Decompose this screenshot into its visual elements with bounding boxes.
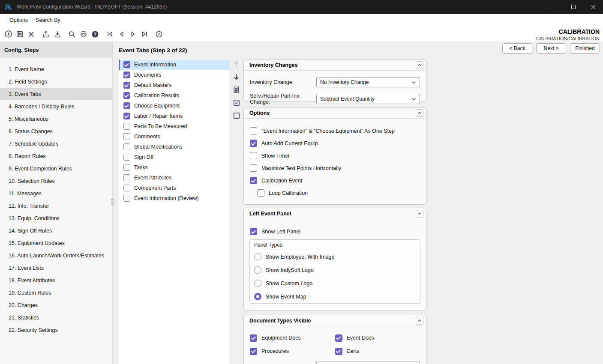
- search-button[interactable]: [66, 29, 78, 40]
- option-checkbox[interactable]: [250, 177, 257, 184]
- event-tab-row[interactable]: Global Modifications: [119, 142, 229, 152]
- sidebar-step-item[interactable]: 3. Event Tabs: [0, 88, 112, 100]
- sidebar-step-item[interactable]: 20. Charges: [0, 299, 112, 311]
- next-button[interactable]: Next >: [536, 43, 566, 54]
- nav-prev-button[interactable]: [116, 29, 127, 40]
- nav-next-button[interactable]: [127, 29, 138, 40]
- export-button[interactable]: [40, 29, 51, 40]
- sidebar-step-item[interactable]: 1. Event Name: [0, 63, 112, 75]
- panel-type-option[interactable]: Show Event Map: [250, 290, 420, 303]
- collapse-button[interactable]: [416, 210, 423, 218]
- sidebar-step-item[interactable]: 7. Schedule Updates: [0, 137, 112, 150]
- menu-item[interactable]: Search By: [32, 15, 64, 25]
- collapse-button[interactable]: [416, 109, 423, 117]
- delete-button[interactable]: [26, 29, 37, 40]
- option-checkbox[interactable]: [250, 140, 257, 147]
- sidebar-step-item[interactable]: 4. Barcodes / Display Rules: [0, 100, 112, 113]
- sidebar-step-item[interactable]: 15. Equipment Updates: [0, 237, 112, 249]
- option-row[interactable]: "Event Information" & "Choose Equipment"…: [250, 125, 420, 137]
- minimize-button[interactable]: [544, 0, 564, 14]
- sidebar-step-item[interactable]: 10. Selection Rules: [0, 175, 112, 187]
- event-tab-row[interactable]: Default Masters: [119, 80, 229, 90]
- sidebar-step-item[interactable]: 12. Info. Transfer: [0, 200, 112, 212]
- option-checkbox[interactable]: [250, 127, 257, 134]
- document-type-checkbox[interactable]: [335, 348, 342, 355]
- record-button[interactable]: [153, 29, 165, 40]
- event-tab-checkbox[interactable]: [123, 143, 130, 150]
- option-row[interactable]: Calibration Event: [250, 174, 420, 187]
- sidebar-step-item[interactable]: 8. Report Rules: [0, 150, 112, 162]
- event-tab-checkbox[interactable]: [123, 123, 130, 130]
- event-tab-row[interactable]: Choose Equipment: [119, 101, 229, 111]
- event-tab-checkbox[interactable]: [123, 102, 130, 109]
- event-tab-row[interactable]: Comments: [119, 131, 229, 142]
- event-tab-row[interactable]: Labor / Repair Items: [119, 111, 229, 121]
- save-button[interactable]: [14, 29, 25, 40]
- sidebar-step-item[interactable]: 18. Event Attributes: [0, 274, 112, 286]
- event-tab-checkbox[interactable]: [123, 164, 130, 171]
- sidebar-step-item[interactable]: 2. Field Settings: [0, 75, 112, 88]
- check-all-button[interactable]: [232, 98, 241, 107]
- document-type-row[interactable]: Event Docs: [335, 331, 420, 344]
- sidebar-step-item[interactable]: 16. Auto-Launch/Work Orders/Estimates: [0, 249, 112, 262]
- sidebar-step-item[interactable]: 17. Event Lists: [0, 262, 112, 274]
- help-button[interactable]: ?: [90, 29, 101, 40]
- sidebar-step-item[interactable]: 9. Event Completion Rules: [0, 162, 112, 175]
- finished-button[interactable]: Finished: [570, 43, 600, 54]
- option-row[interactable]: Auto Add Current Equip.: [250, 137, 420, 149]
- inventory-select[interactable]: No Inventory Change: [316, 77, 420, 87]
- event-tab-checkbox[interactable]: [123, 185, 130, 191]
- panel-type-radio[interactable]: [254, 280, 261, 287]
- show-left-panel-checkbox[interactable]: [250, 228, 257, 235]
- sidebar-step-item[interactable]: 22. Security Settings: [0, 324, 112, 336]
- event-tab-row[interactable]: Parts To Be Measured: [119, 121, 229, 131]
- document-type-checkbox[interactable]: [335, 334, 342, 342]
- event-tab-row[interactable]: Event Attributes: [119, 173, 229, 183]
- option-row[interactable]: Show Timer: [250, 149, 420, 162]
- event-tab-row[interactable]: Documents: [119, 70, 229, 80]
- event-tab-checkbox[interactable]: [123, 195, 130, 202]
- sidebar-step-item[interactable]: 5. Miscellaneous: [0, 113, 112, 125]
- sidebar-step-item[interactable]: 11. Messages: [0, 187, 112, 200]
- event-tab-row[interactable]: Event Information: [119, 60, 229, 70]
- event-tab-checkbox[interactable]: [123, 61, 130, 68]
- option-checkbox[interactable]: [250, 164, 257, 172]
- event-tab-checkbox[interactable]: [123, 92, 130, 99]
- event-tab-checkbox[interactable]: [123, 133, 130, 140]
- sidebar-step-item[interactable]: 14. Sign Off Rules: [0, 224, 112, 237]
- panel-type-radio[interactable]: [254, 253, 261, 260]
- panel-type-option[interactable]: Show IndySoft Logo: [250, 263, 420, 277]
- panel-type-option[interactable]: Show Employee, With Image: [250, 250, 420, 263]
- move-down-button[interactable]: [232, 72, 241, 81]
- show-left-panel-row[interactable]: Show Left Panel: [250, 225, 420, 238]
- panel-type-radio[interactable]: [254, 293, 261, 300]
- sidebar-step-item[interactable]: 13. Equip. Conditions: [0, 212, 112, 224]
- event-tab-row[interactable]: Tasks: [119, 162, 229, 173]
- back-button[interactable]: < Back: [502, 43, 532, 54]
- print-button[interactable]: [78, 29, 89, 40]
- panel-type-radio[interactable]: [254, 266, 261, 274]
- uncheck-all-button[interactable]: [232, 111, 241, 120]
- document-type-row[interactable]: Procedures: [250, 345, 335, 358]
- move-up-button[interactable]: [232, 60, 241, 69]
- notes-button[interactable]: [232, 85, 241, 94]
- maximize-button[interactable]: [564, 0, 583, 14]
- event-tab-checkbox[interactable]: [123, 174, 130, 181]
- panel-type-option[interactable]: Show Custom Logo: [250, 277, 420, 290]
- option-row[interactable]: Maximize Test Points Horizontally: [250, 162, 420, 174]
- event-tab-row[interactable]: Event Information (Review): [119, 193, 229, 203]
- document-type-row[interactable]: Equipment Docs: [250, 331, 335, 344]
- nav-first-button[interactable]: [104, 29, 115, 40]
- event-tab-row[interactable]: Sign Off: [119, 152, 229, 162]
- event-tab-row[interactable]: Calibration Results: [119, 90, 229, 101]
- document-type-checkbox[interactable]: [250, 334, 257, 342]
- sidebar-step-item[interactable]: 21. Statistics: [0, 311, 112, 324]
- option-row[interactable]: Loop Calibration: [250, 187, 420, 199]
- sidebar-step-item[interactable]: 6. Status Changes: [0, 125, 112, 137]
- import-button[interactable]: [52, 29, 63, 40]
- option-checkbox[interactable]: [257, 189, 264, 197]
- inventory-select[interactable]: Subtract Event Quantity: [316, 94, 420, 104]
- sidebar-step-item[interactable]: 19. Custom Rules: [0, 286, 112, 299]
- option-checkbox[interactable]: [250, 152, 257, 159]
- default-type-select[interactable]: [316, 361, 420, 364]
